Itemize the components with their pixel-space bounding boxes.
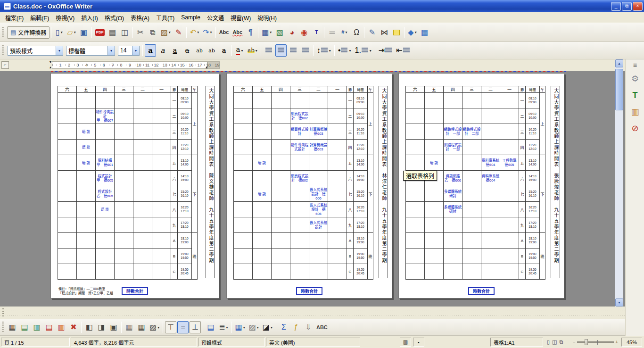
- timetable-cell[interactable]: [481, 202, 500, 217]
- paragraph-style-combo[interactable]: 預設樣式 ▾: [8, 46, 63, 56]
- timetable-cell[interactable]: [290, 186, 309, 202]
- indent-marker-top[interactable]: ▾: [50, 60, 51, 64]
- timetable-cell[interactable]: [444, 249, 462, 264]
- scrollbar-thumb[interactable]: [615, 69, 623, 110]
- timetable-cell[interactable]: [444, 155, 462, 171]
- timetable-cell[interactable]: [58, 264, 77, 280]
- dropdown-arrow-icon[interactable]: ▾: [226, 325, 228, 330]
- timetable-cell[interactable]: [77, 93, 96, 108]
- timetable-cell[interactable]: [152, 186, 171, 202]
- menu-item-4[interactable]: 格式(O): [101, 12, 127, 23]
- timetable-cell[interactable]: 晤 談: [425, 155, 444, 171]
- timetable-cell[interactable]: [328, 140, 347, 155]
- zoom-slider[interactable]: − +: [573, 339, 618, 346]
- insert-chart-button[interactable]: ◕: [286, 26, 297, 39]
- timetable-cell[interactable]: [272, 202, 290, 217]
- timetable-cell[interactable]: [152, 140, 171, 155]
- timetable-cell[interactable]: [77, 249, 96, 264]
- timetable-cell[interactable]: [406, 93, 425, 108]
- dropdown-arrow-icon[interactable]: ▾: [243, 325, 245, 330]
- timetable-cell[interactable]: [425, 202, 444, 217]
- timetable-cell[interactable]: [462, 264, 481, 280]
- timetable-cell[interactable]: [152, 93, 171, 108]
- insert-row-button[interactable]: ▤: [19, 321, 30, 333]
- timetable-cell[interactable]: [152, 124, 171, 140]
- copy-button[interactable]: ⧉: [147, 26, 158, 39]
- dropdown-arrow-icon[interactable]: ▾: [74, 30, 76, 34]
- timetable-cell[interactable]: [115, 249, 133, 264]
- timetable-cell[interactable]: [58, 108, 77, 124]
- timetable-cell[interactable]: [406, 249, 425, 264]
- timetable-cell[interactable]: [253, 140, 272, 155]
- timetable-cell[interactable]: [425, 108, 444, 124]
- line-style-button[interactable]: ≣▾: [217, 321, 229, 333]
- page-style-indicator[interactable]: 預設樣式: [198, 338, 265, 347]
- view-layout-button-1[interactable]: ▯: [547, 339, 550, 345]
- timetable-cell[interactable]: [406, 264, 425, 280]
- timetable-cell[interactable]: [115, 186, 133, 202]
- timetable-cell[interactable]: [328, 124, 347, 140]
- timetable-cell[interactable]: [500, 108, 519, 124]
- timetable-cell[interactable]: [152, 202, 171, 217]
- timetable-cell[interactable]: [115, 202, 133, 217]
- insert-table-button[interactable]: ▦▾: [260, 26, 273, 39]
- zoom-track[interactable]: [577, 341, 614, 343]
- undo-button[interactable]: ↶▾: [189, 26, 200, 39]
- menu-item-1[interactable]: 編輯(E): [27, 12, 52, 23]
- dropdown-arrow-icon[interactable]: ▾: [197, 30, 199, 34]
- timetable-cell[interactable]: 計算機概論德603: [309, 124, 328, 140]
- sort-button[interactable]: ⇓: [303, 321, 314, 333]
- format-paintbrush-button[interactable]: ✎: [173, 26, 184, 39]
- timetable-cell[interactable]: [115, 264, 133, 280]
- special-character-button[interactable]: Ω: [351, 26, 362, 39]
- timetable-cell[interactable]: [133, 249, 152, 264]
- timetable-cell[interactable]: [309, 155, 328, 171]
- timetable-cell[interactable]: [500, 186, 519, 202]
- timetable-cell[interactable]: 嵌入式系統設計 德606: [309, 186, 328, 202]
- horizontal-line-button[interactable]: ═: [326, 26, 338, 39]
- highlight-button[interactable]: ab▾: [246, 44, 259, 57]
- timetable-cell[interactable]: [133, 264, 152, 280]
- font-name-combo[interactable]: 標楷體 ▾: [66, 46, 115, 56]
- dropdown-arrow-icon[interactable]: ▾: [270, 30, 272, 34]
- menu-item-7[interactable]: Sample: [178, 13, 204, 22]
- gallery-button[interactable]: ◆▾: [406, 26, 418, 39]
- timetable-cell[interactable]: [328, 93, 347, 108]
- timetable-cell[interactable]: [309, 249, 328, 264]
- timetable-cell[interactable]: [253, 233, 272, 249]
- timetable-cell[interactable]: [328, 155, 347, 171]
- timetable-cell[interactable]: [58, 140, 77, 155]
- open-button[interactable]: ▱▾: [66, 26, 77, 39]
- timetable-cell[interactable]: 嵌入式系統設計: [309, 217, 328, 233]
- timetable-cell[interactable]: [58, 202, 77, 217]
- timetable-cell[interactable]: 資訊網路乙 德606: [444, 171, 462, 186]
- timetable-cell[interactable]: [96, 124, 115, 140]
- timetable-cell[interactable]: [253, 171, 272, 186]
- insert-mode-indicator[interactable]: ▥: [400, 338, 411, 347]
- chevron-down-icon[interactable]: ▾: [132, 46, 139, 55]
- timetable-cell[interactable]: [234, 202, 253, 217]
- timetable-cell[interactable]: [115, 155, 133, 171]
- timetable-cell[interactable]: [152, 249, 171, 264]
- timetable-cell[interactable]: [77, 264, 96, 280]
- timetable-cell[interactable]: [115, 233, 133, 249]
- timetable-cell[interactable]: 晤 談: [253, 186, 272, 202]
- timetable-cell[interactable]: [77, 233, 96, 249]
- menu-item-8[interactable]: 公文通: [204, 12, 227, 23]
- timetable-cell[interactable]: [462, 171, 481, 186]
- timetable-cell[interactable]: 晤 談: [96, 202, 115, 217]
- view-layout-button-3[interactable]: ⧉: [559, 339, 563, 345]
- data-to-text-button[interactable]: ABC: [315, 321, 329, 333]
- timetable-cell[interactable]: [462, 186, 481, 202]
- decrease-indent-button[interactable]: ⇤: [395, 44, 411, 57]
- timetable-cell[interactable]: 網路程式設計 二部: [462, 124, 481, 140]
- timetable-cell[interactable]: [133, 155, 152, 171]
- timetable-cell[interactable]: 晤 談: [77, 155, 96, 171]
- timetable-cell[interactable]: [462, 108, 481, 124]
- timetable-cell[interactable]: 網路程式設計 一部: [444, 124, 462, 140]
- timetable-cell[interactable]: [425, 124, 444, 140]
- dropdown-arrow-icon[interactable]: ▾: [415, 30, 417, 34]
- align-right-button[interactable]: [288, 44, 299, 57]
- timetable-cell[interactable]: [290, 233, 309, 249]
- timetable-cell[interactable]: 網頁程式設計 德602: [290, 108, 309, 124]
